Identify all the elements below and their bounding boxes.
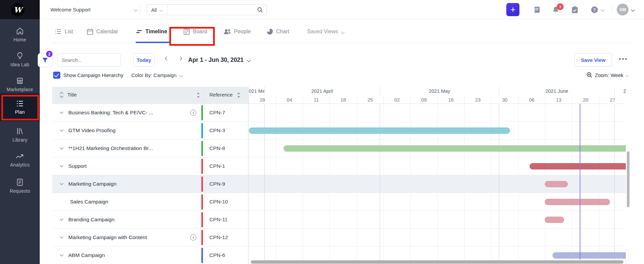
plan-icon (16, 100, 24, 107)
sidebar-item-label: Requests (10, 188, 30, 194)
month-header-cell: 2021 April (264, 87, 380, 96)
saved-views-label: Saved Views (307, 29, 338, 35)
expand-row-icon[interactable] (59, 164, 64, 168)
gantt-bar[interactable] (545, 217, 564, 223)
home-icon (16, 27, 24, 35)
avatar[interactable]: SM (617, 4, 629, 15)
horizontal-scrollbar[interactable] (251, 260, 623, 264)
row-title: Marketing Campaign (68, 181, 116, 187)
chevron-down-icon (180, 73, 183, 77)
info-icon[interactable]: i (190, 110, 196, 116)
sidebar-item-analytics[interactable]: Analytics (0, 148, 40, 173)
tab-calendar[interactable]: Calendar (87, 24, 118, 39)
chevron-down-icon[interactable] (632, 8, 635, 11)
unfold-rows-icon[interactable] (59, 91, 65, 99)
gantt-bar[interactable] (249, 127, 510, 134)
sidebar-item-library[interactable]: Library (0, 122, 40, 147)
gantt-bar[interactable] (552, 252, 626, 259)
sidebar-item-requests[interactable]: Requests (0, 174, 40, 198)
table-timeline-divider (248, 87, 248, 264)
row-reference: CPN-1 (209, 163, 225, 169)
notification-count-badge: 3 (557, 3, 564, 10)
sort-reference-icon[interactable] (237, 92, 241, 99)
tasks-clipboard-icon[interactable] (571, 6, 579, 14)
table-row[interactable]: GTM Video ProofingCPN-3 (52, 122, 644, 140)
expand-row-icon[interactable] (59, 147, 64, 150)
title-column-header[interactable]: Title (67, 92, 77, 98)
sidebar-item-home[interactable]: Home (0, 22, 40, 47)
table-row[interactable]: **1H21 Marketing Orchestration Br...CPN-… (52, 140, 644, 157)
more-options-button[interactable]: ••• (619, 55, 628, 63)
calendar-icon (87, 28, 93, 35)
prev-period-icon[interactable] (164, 56, 169, 61)
search-scope-dropdown[interactable]: All (147, 5, 168, 15)
expand-row-icon[interactable] (59, 182, 64, 186)
color-by-label: Color By: Campaign (131, 72, 176, 78)
workspace-selector[interactable]: Welcome Support (50, 0, 138, 19)
timeline-search-input[interactable] (58, 57, 133, 63)
gantt-bar[interactable] (545, 199, 610, 205)
today-button[interactable]: Today (133, 53, 155, 67)
campaign-color-stripe (201, 141, 203, 156)
hierarchy-checkbox[interactable] (53, 72, 60, 79)
table-row[interactable]: Marketing CampaignCPN-9 (52, 175, 644, 193)
row-reference: CPN-3 (209, 127, 225, 134)
tab-chart[interactable]: Chart (267, 24, 289, 39)
chevron-down-icon (247, 58, 251, 62)
tab-timeline[interactable]: Timeline (136, 24, 167, 39)
zoom-level-dropdown[interactable]: Zoom: Week (586, 72, 630, 78)
gantt-bar[interactable] (530, 163, 626, 169)
sort-title-icon[interactable] (196, 92, 200, 99)
svg-text:?: ? (593, 7, 596, 12)
tab-list[interactable]: List (55, 24, 73, 39)
chart-icon (267, 29, 273, 35)
timeline-icon (136, 29, 142, 34)
saved-views-menu[interactable]: Saved Views (307, 24, 345, 39)
date-range-selector[interactable]: Apr 1 - Jun 30, 2021 (188, 53, 251, 67)
expand-row-icon[interactable] (59, 236, 64, 239)
notes-icon[interactable] (533, 6, 541, 14)
create-new-button[interactable]: + (506, 3, 519, 16)
week-header-cell: 04 (276, 96, 303, 104)
reference-column-header[interactable]: Reference (209, 92, 233, 98)
filter-button[interactable]: 2 (38, 53, 53, 67)
week-header-cell: 09 (410, 96, 437, 104)
gantt-bar[interactable] (545, 181, 568, 187)
gantt-rows: Business Banking: Tech & PE/VC- ...iCPN-… (0, 104, 644, 264)
table-row[interactable]: Business Banking: Tech & PE/VC- ...iCPN-… (52, 104, 644, 122)
gantt-bar[interactable] (283, 145, 626, 152)
global-search-input[interactable] (168, 5, 257, 15)
expand-row-icon[interactable] (59, 218, 64, 221)
search-icon (257, 7, 263, 13)
timeline-week-header: 2804111825020916233006132027 (248, 96, 644, 104)
sidebar-item-marketplace[interactable]: Marketplace (0, 72, 40, 97)
table-row[interactable]: Sales CampaignCPN-10 (52, 193, 644, 211)
logo-area: W (0, 0, 40, 19)
expand-row-icon[interactable] (59, 254, 64, 257)
table-row[interactable]: Marketing Campaign with ContentiCPN-12 (52, 229, 644, 247)
week-header-cell: 13 (545, 96, 572, 104)
sidebar-item-idea-lab[interactable]: Idea Lab (0, 47, 40, 72)
tab-board[interactable]: Board (183, 24, 207, 39)
expand-row-icon[interactable] (59, 111, 64, 114)
tab-people[interactable]: People (224, 24, 251, 39)
table-row[interactable]: SupportCPN-1 (52, 157, 644, 175)
next-period-icon[interactable] (178, 56, 183, 61)
save-view-button[interactable]: Save View (574, 53, 612, 67)
week-header-cell: 20 (572, 96, 599, 104)
help-icon[interactable]: ? (590, 6, 599, 14)
sidebar-item-plan[interactable]: Plan (0, 93, 40, 121)
row-title: Branding Campaign (68, 217, 114, 223)
welcome-logo[interactable]: W (11, 3, 25, 16)
color-by-dropdown[interactable]: Color By: Campaign (131, 72, 183, 78)
row-title: ABM Campaign (68, 252, 105, 258)
gantt-grid: Title Reference 2021 Mar2021 April2021 M… (0, 87, 644, 264)
info-icon[interactable]: i (190, 234, 196, 240)
table-row[interactable]: Branding CampaignCPN-11 (52, 211, 644, 229)
chevron-down-icon[interactable] (601, 8, 605, 11)
vertical-scrollbar[interactable] (627, 151, 630, 207)
week-grid-line (599, 104, 599, 264)
analytics-icon (15, 153, 24, 160)
expand-row-icon[interactable] (59, 129, 64, 132)
week-header-cell: 30 (491, 96, 518, 104)
